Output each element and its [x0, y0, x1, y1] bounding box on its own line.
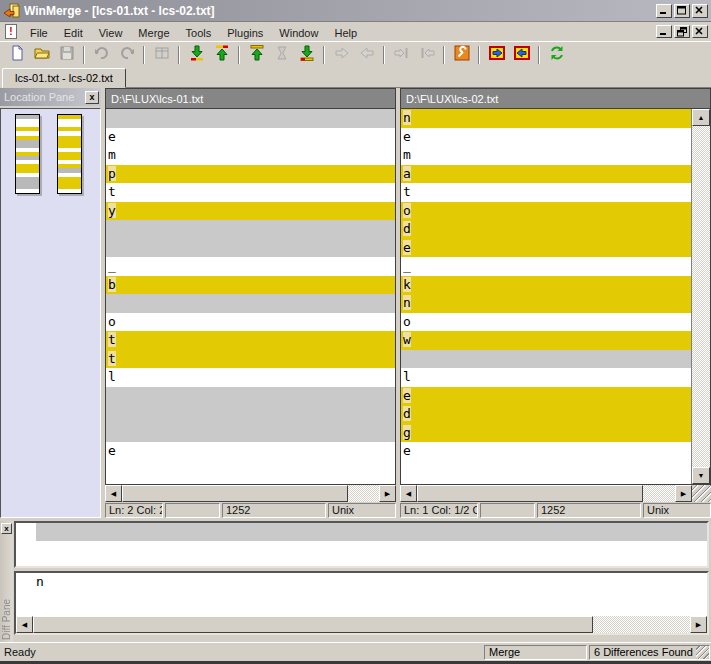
- file-line[interactable]: m: [106, 146, 395, 165]
- previous-difference-icon: [214, 45, 230, 65]
- diff-pane-right-content[interactable]: n ◀ ▶: [14, 571, 709, 635]
- document-icon[interactable]: !: [5, 24, 17, 39]
- menu-window[interactable]: Window: [271, 24, 326, 42]
- missing-line[interactable]: [106, 424, 395, 443]
- options-button[interactable]: [449, 44, 474, 66]
- scroll-left-icon[interactable]: ◀: [400, 485, 417, 502]
- child-restore-button[interactable]: [674, 25, 690, 38]
- window-maximize-button[interactable]: [674, 4, 690, 18]
- diff-line[interactable]: t: [106, 331, 395, 350]
- scroll-up-icon[interactable]: ▲: [692, 109, 710, 126]
- h-scroll-thumb[interactable]: [122, 485, 348, 502]
- h-scroll-thumb[interactable]: [33, 616, 593, 633]
- child-close-button[interactable]: [692, 25, 708, 38]
- child-minimize-button[interactable]: [656, 25, 672, 38]
- scroll-left-icon[interactable]: ◀: [105, 485, 122, 502]
- first-difference-button[interactable]: [244, 44, 269, 66]
- diff-line[interactable]: d: [401, 405, 691, 424]
- file-line[interactable]: l: [401, 368, 691, 387]
- diff-pane-left-content[interactable]: [14, 521, 709, 568]
- diff-pane-close-icon[interactable]: x: [1, 523, 12, 534]
- v-scrollbar-right[interactable]: ▲ ▼: [691, 109, 710, 484]
- window-resize-grip[interactable]: [696, 646, 709, 659]
- line-text: _: [403, 258, 411, 273]
- tab-file-compare[interactable]: lcs-01.txt - lcs-02.txt: [2, 68, 126, 88]
- last-difference-button[interactable]: [294, 44, 319, 66]
- menu-plugins[interactable]: Plugins: [219, 24, 271, 42]
- copy-right-button: [329, 44, 354, 66]
- line-text: e: [108, 443, 116, 458]
- missing-line[interactable]: [106, 405, 395, 424]
- menu-help[interactable]: Help: [326, 24, 365, 42]
- diff-line[interactable]: b: [106, 276, 395, 295]
- status-info: [480, 503, 535, 518]
- file-line[interactable]: m: [401, 146, 691, 165]
- menu-file[interactable]: File: [22, 24, 56, 42]
- file-line[interactable]: l: [106, 368, 395, 387]
- menu-tools[interactable]: Tools: [178, 24, 220, 42]
- h-scroll-thumb[interactable]: [417, 485, 643, 502]
- menu-view[interactable]: View: [91, 24, 131, 42]
- window-minimize-button[interactable]: [656, 4, 672, 18]
- diff-pane-gripper[interactable]: x Diff Pane: [0, 521, 13, 642]
- missing-line[interactable]: [106, 239, 395, 258]
- file-line[interactable]: t: [106, 183, 395, 202]
- file-line[interactable]: e: [401, 442, 691, 461]
- diff-line[interactable]: a: [401, 165, 691, 184]
- all-left-button[interactable]: [509, 44, 534, 66]
- diff-line[interactable]: k: [401, 276, 691, 295]
- scroll-right-icon[interactable]: ▶: [379, 485, 396, 502]
- toolbar-separator: [323, 46, 325, 64]
- copy-left-advance-icon: [419, 45, 435, 65]
- menu-edit[interactable]: Edit: [56, 24, 91, 42]
- file-line[interactable]: o: [106, 313, 395, 332]
- diff-line[interactable]: d: [401, 220, 691, 239]
- editor-left[interactable]: empty_bottle: [106, 109, 395, 484]
- h-scrollbar-left[interactable]: ◀ ▶: [105, 485, 396, 502]
- next-difference-button[interactable]: [184, 44, 209, 66]
- file-line[interactable]: t: [401, 183, 691, 202]
- scroll-down-icon[interactable]: ▼: [692, 467, 710, 484]
- editor-right[interactable]: nematode_knowledge: [401, 109, 691, 484]
- h-scrollbar-diff-pane[interactable]: ◀ ▶: [16, 616, 707, 633]
- refresh-button[interactable]: [544, 44, 569, 66]
- menu-merge[interactable]: Merge: [130, 24, 177, 42]
- file-line[interactable]: _: [401, 257, 691, 276]
- diff-line[interactable]: y: [106, 202, 395, 221]
- scroll-right-icon[interactable]: ▶: [675, 485, 692, 502]
- diff-line[interactable]: e: [401, 239, 691, 258]
- location-map-right-bar[interactable]: [57, 114, 82, 194]
- toolbar-separator: [478, 46, 480, 64]
- h-scrollbar-right[interactable]: ◀ ▶: [400, 485, 692, 502]
- scroll-right-icon[interactable]: ▶: [690, 616, 707, 633]
- diff-line[interactable]: o: [401, 202, 691, 221]
- diff-line[interactable]: e: [401, 387, 691, 406]
- file-line[interactable]: _: [106, 257, 395, 276]
- missing-line[interactable]: [106, 220, 395, 239]
- window-close-button[interactable]: [692, 4, 708, 18]
- location-pane-close-icon[interactable]: x: [85, 91, 99, 104]
- resize-grip[interactable]: [692, 485, 711, 502]
- diff-line[interactable]: w: [401, 331, 691, 350]
- diff-line[interactable]: t: [106, 350, 395, 369]
- file-line[interactable]: o: [401, 313, 691, 332]
- location-map-left-bar[interactable]: [15, 114, 40, 194]
- file-line[interactable]: e: [401, 128, 691, 147]
- missing-line[interactable]: [401, 350, 691, 369]
- scroll-left-icon[interactable]: ◀: [16, 616, 33, 633]
- diff-line[interactable]: n: [401, 294, 691, 313]
- missing-line[interactable]: [106, 109, 395, 128]
- new-icon: [9, 45, 25, 65]
- diff-line[interactable]: p: [106, 165, 395, 184]
- previous-difference-button[interactable]: [209, 44, 234, 66]
- diff-line[interactable]: g: [401, 424, 691, 443]
- new-button[interactable]: [4, 44, 29, 66]
- file-line[interactable]: e: [106, 442, 395, 461]
- line-text: k: [403, 277, 411, 292]
- open-button[interactable]: [29, 44, 54, 66]
- diff-line[interactable]: n: [401, 109, 691, 128]
- all-right-button[interactable]: [484, 44, 509, 66]
- file-line[interactable]: e: [106, 128, 395, 147]
- missing-line[interactable]: [106, 387, 395, 406]
- missing-line[interactable]: [106, 294, 395, 313]
